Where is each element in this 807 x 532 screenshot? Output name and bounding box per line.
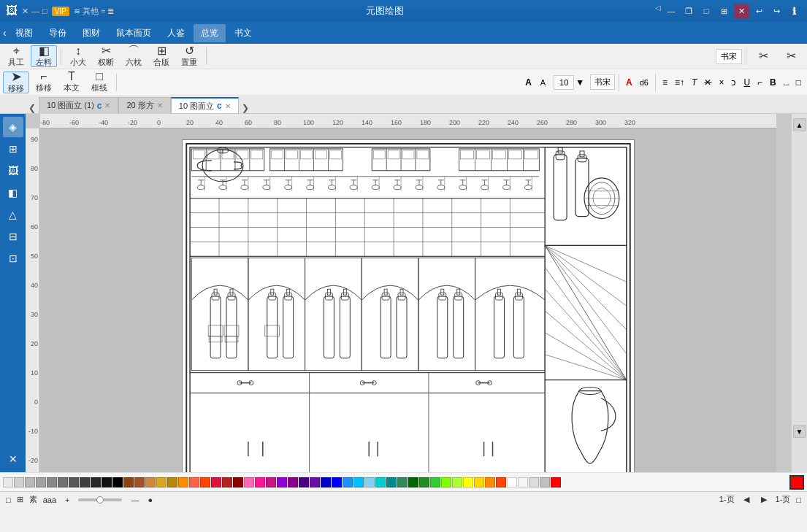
menu-item-person[interactable]: 人鉴 <box>160 24 192 42</box>
color-swatch[interactable] <box>518 477 528 487</box>
color-swatch[interactable] <box>102 477 112 487</box>
menu-item-chart[interactable]: 图财 <box>75 24 107 42</box>
tool-reset[interactable]: ↺ 置重 <box>176 45 202 67</box>
tool-arc[interactable]: ⌒ 六枕 <box>121 45 147 67</box>
win-restore2[interactable]: □ <box>699 4 714 18</box>
tool-text[interactable]: T 本文 <box>58 72 85 93</box>
tab-3-close[interactable]: ✕ <box>225 102 231 110</box>
rotate-c[interactable]: ↄ <box>728 76 739 89</box>
menu-item-view[interactable]: 视图 <box>8 24 40 42</box>
color-swatch[interactable] <box>222 477 232 487</box>
align-left[interactable]: ≡ <box>659 76 670 89</box>
format-b[interactable]: B <box>767 76 779 89</box>
active-color[interactable] <box>789 475 804 490</box>
color-swatch[interactable] <box>277 477 287 487</box>
color-swatch[interactable] <box>343 477 353 487</box>
color-swatch[interactable] <box>91 477 101 487</box>
color-swatch[interactable] <box>452 477 462 487</box>
color-swatch[interactable] <box>397 477 408 487</box>
color-swatch[interactable] <box>80 477 90 487</box>
color-swatch[interactable] <box>408 477 418 487</box>
color-swatch[interactable] <box>310 477 320 487</box>
color-swatch[interactable] <box>255 477 265 487</box>
left-tool-terrain[interactable]: △ <box>3 204 23 225</box>
color-swatch[interactable] <box>167 477 177 487</box>
font-size-dropdown[interactable]: ▼ <box>574 77 586 88</box>
menu-item-overview[interactable]: 总览 <box>194 24 226 42</box>
tool-arrow[interactable]: ➤ 移移 <box>3 72 29 93</box>
color-swatch[interactable] <box>69 477 79 487</box>
menu-item-book[interactable]: 书文 <box>227 24 259 42</box>
color-swatch[interactable] <box>134 477 145 487</box>
menu-close[interactable]: ✕ <box>22 7 28 16</box>
color-swatch[interactable] <box>145 477 156 487</box>
color-a[interactable]: A <box>623 76 635 89</box>
layout-btn[interactable]: □ <box>796 496 801 504</box>
tab-nav-left[interactable]: ❮ <box>26 103 39 113</box>
tab-1-close[interactable]: ✕ <box>104 101 110 109</box>
color-swatch[interactable] <box>200 477 210 487</box>
tab-2[interactable]: 20 形方 ✕ <box>118 97 170 113</box>
win-help[interactable]: ℹ <box>787 4 801 18</box>
left-tool-layers[interactable]: ◧ <box>3 182 23 203</box>
color-swatch[interactable] <box>244 477 254 487</box>
zoom-slider[interactable] <box>78 498 122 501</box>
tab-2-close[interactable]: ✕ <box>157 101 163 109</box>
color-swatch[interactable] <box>112 477 123 487</box>
zoom-minus[interactable]: + <box>62 496 72 504</box>
color-swatch[interactable] <box>25 477 35 487</box>
color-swatch[interactable] <box>474 477 484 487</box>
left-tool-select[interactable]: ◈ <box>3 117 23 137</box>
tab-3[interactable]: 10 图面立 c ✕ <box>171 97 239 113</box>
color-swatch[interactable] <box>266 477 276 487</box>
color-swatch[interactable] <box>14 477 24 487</box>
color-swatch[interactable] <box>211 477 221 487</box>
color-swatch[interactable] <box>156 477 167 487</box>
scroll-up[interactable]: ▲ <box>793 118 806 131</box>
tool-select[interactable]: ⌖ 具工 <box>3 45 29 67</box>
color-swatch[interactable] <box>441 477 451 487</box>
color-swatch-red[interactable] <box>551 477 561 487</box>
color-swatch[interactable] <box>321 477 331 487</box>
color-swatch[interactable] <box>3 477 13 487</box>
format-space[interactable]: ⎵ <box>781 76 792 89</box>
zoom-plus[interactable]: — <box>128 496 142 504</box>
color-swatch[interactable] <box>47 477 57 487</box>
color-d[interactable]: d6 <box>637 77 651 88</box>
color-swatch[interactable] <box>386 477 397 487</box>
color-swatch[interactable] <box>485 477 495 487</box>
color-swatch[interactable] <box>353 477 364 487</box>
format-a2[interactable]: A <box>537 77 549 88</box>
tool-rect[interactable]: □ 框线 <box>86 72 112 93</box>
color-swatch[interactable] <box>529 477 539 487</box>
align-right[interactable]: ≡↑ <box>672 76 687 89</box>
drawing-canvas[interactable] <box>182 139 635 472</box>
tool-merge[interactable]: ⊞ 合版 <box>148 45 175 67</box>
format-a1[interactable]: A <box>521 76 535 89</box>
menu-max[interactable]: □ <box>42 7 47 15</box>
color-swatch[interactable] <box>36 477 46 487</box>
text-style-t[interactable]: T <box>689 76 700 89</box>
canvas-area[interactable]: -80 -60 -40 -20 0 20 40 60 80 100 120 14… <box>26 114 791 472</box>
color-swatch[interactable] <box>58 477 68 487</box>
color-swatch[interactable] <box>430 477 440 487</box>
format-box[interactable]: □ <box>793 76 804 89</box>
tool-cut[interactable]: ✂ 权断 <box>93 45 119 67</box>
tool-left[interactable]: ◧ 左料 <box>31 45 57 67</box>
font-size-input[interactable] <box>554 75 574 90</box>
tool-bend[interactable]: ⌐ 移移 <box>31 72 57 93</box>
color-swatch[interactable] <box>507 477 517 487</box>
tab-1[interactable]: 10 图面立 (1) c ✕ <box>39 97 118 113</box>
cross-x[interactable]: × <box>716 76 727 89</box>
color-swatch[interactable] <box>463 477 473 487</box>
color-swatch[interactable] <box>419 477 429 487</box>
color-swatch[interactable] <box>178 477 188 487</box>
win-close[interactable]: ✕ <box>734 4 749 18</box>
menu-min[interactable]: — <box>31 7 39 15</box>
menu-item-page[interactable]: 鼠本面页 <box>109 24 158 42</box>
left-tool-image[interactable]: 🖼 <box>3 161 23 181</box>
view-icon[interactable]: □ <box>6 496 11 504</box>
win-max[interactable]: ⊞ <box>716 4 731 18</box>
win-restore[interactable]: ❐ <box>681 4 696 18</box>
format-angle[interactable]: ⌐ <box>754 76 765 89</box>
